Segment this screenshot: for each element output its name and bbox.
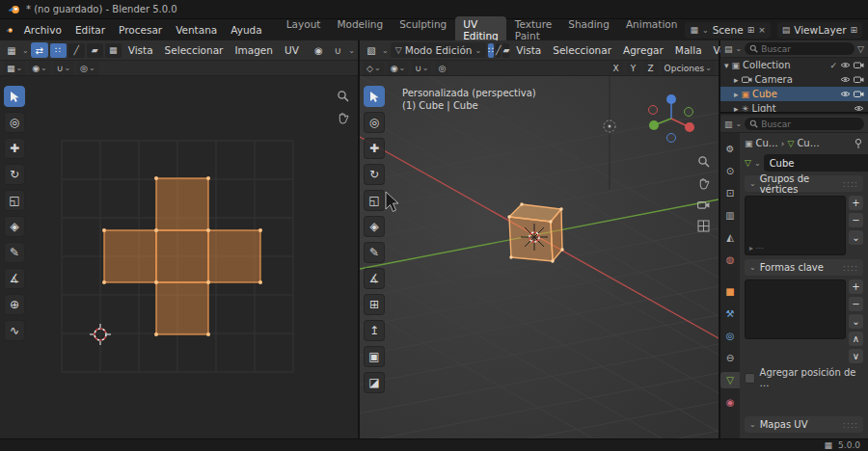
select-mode-vertex-button[interactable]: ∷ <box>488 43 494 58</box>
data-name-field[interactable] <box>764 154 868 172</box>
menu-ayuda[interactable]: Ayuda <box>224 22 268 38</box>
menu-ventana[interactable]: Ventana <box>169 22 224 38</box>
properties-tab-modifiers[interactable]: ⚒ <box>720 305 740 322</box>
properties-editor-type-icon[interactable]: ▥ <box>724 119 733 129</box>
object-crumb-label[interactable]: Cu… <box>756 138 778 148</box>
uv-rotate-tool[interactable]: ↻ <box>4 164 25 185</box>
shape-key-specials-button[interactable]: ⌄ <box>849 314 863 329</box>
unlink-scene-icon[interactable]: × <box>758 25 766 35</box>
properties-tab-physics[interactable]: ◎ <box>720 328 740 344</box>
uv-grab-tool[interactable]: ⊕ <box>4 294 25 315</box>
zoom-icon[interactable] <box>697 155 710 168</box>
properties-tab-object-data[interactable]: ▽ <box>720 372 740 388</box>
rotate-tool[interactable]: ↻ <box>364 164 385 185</box>
gizmo-z-minus[interactable] <box>667 134 676 143</box>
disclosure-open-icon[interactable]: ▾ <box>724 61 729 70</box>
uv-move-tool[interactable]: ✚ <box>4 138 25 159</box>
disclosure-icon[interactable]: ▸ <box>734 104 739 113</box>
tab-texture-paint[interactable]: Texture Paint <box>507 16 559 43</box>
cursor-tool[interactable]: ◎ <box>364 112 385 133</box>
view3d-menu-agregar[interactable]: Agregar <box>618 43 668 57</box>
outliner-editor-type-icon[interactable]: ▤ <box>724 44 733 54</box>
select-mode-edge-button[interactable]: ╱ <box>496 43 501 58</box>
gizmo-x-plus[interactable] <box>685 122 694 132</box>
outliner-row-light[interactable]: ▸ ☀ Light <box>720 101 868 112</box>
section-uv-maps[interactable]: ⌄ Mapas UV :::: <box>745 416 863 433</box>
camera-view-icon[interactable] <box>697 199 710 210</box>
pin-icon[interactable] <box>854 138 863 149</box>
filter-icon[interactable]: ▽ <box>857 44 864 54</box>
transform-tool[interactable]: ◈ <box>364 216 385 237</box>
uv-relax-tool[interactable]: ∿ <box>4 320 25 341</box>
scale-tool[interactable]: ◱ <box>364 190 385 211</box>
hide-eye-icon[interactable] <box>840 90 851 98</box>
uv-annotate-tool[interactable]: ✎ <box>4 242 25 263</box>
drag-grip-icon[interactable]: :::: <box>843 179 858 189</box>
gizmo-y-plus[interactable] <box>649 120 659 130</box>
viewport-editor-type-icon[interactable]: ▧ <box>363 42 380 58</box>
inset-tool[interactable]: ▣ <box>364 346 385 367</box>
mirror-x-button[interactable]: X <box>610 62 623 74</box>
tab-layout[interactable]: Layout <box>279 16 329 43</box>
rest-position-checkbox[interactable] <box>745 373 755 384</box>
view3d-menu-seleccionar[interactable]: Seleccionar <box>548 43 616 57</box>
pan-hand-icon[interactable] <box>337 112 349 124</box>
uv-transform-tool[interactable]: ◈ <box>4 216 25 237</box>
tab-sculpting[interactable]: Sculpting <box>392 16 454 43</box>
view3d-menu-vista[interactable]: Vista <box>511 43 546 57</box>
properties-search-input[interactable] <box>761 119 859 129</box>
uv-tweak-select-tool[interactable] <box>4 86 25 107</box>
outliner-search-input[interactable] <box>761 44 850 54</box>
mirror-z-button[interactable]: Z <box>644 62 658 74</box>
mode-dropdown[interactable]: ▽ Modo Edición ⌄ <box>391 42 487 58</box>
uv-menu-uv[interactable]: UV <box>280 43 304 57</box>
new-scene-icon[interactable]: ⊞ <box>747 25 755 35</box>
remove-shape-key-button[interactable]: − <box>849 297 863 311</box>
disable-render-icon[interactable] <box>854 75 864 84</box>
uv-scale-tool[interactable]: ◱ <box>4 190 25 211</box>
hide-eye-icon[interactable] <box>840 75 851 84</box>
section-vertex-groups[interactable]: ⌄ Grupos de vértices :::: <box>745 175 863 192</box>
properties-tab-render[interactable]: ⊙ <box>720 163 740 179</box>
move-shape-key-down-button[interactable]: ∨ <box>849 349 863 363</box>
uv-sticky-mode-button[interactable]: ▦⌄ <box>4 62 25 75</box>
add-vertex-group-button[interactable]: + <box>849 196 863 210</box>
uv-pivot-point-button[interactable]: ◉⌄ <box>29 62 50 75</box>
view3d-menu-malla[interactable]: Malla <box>670 43 707 57</box>
pan-hand-icon[interactable] <box>697 177 710 190</box>
uv-select-island-button[interactable]: ▦ <box>105 43 122 58</box>
remove-vertex-group-button[interactable]: − <box>849 213 863 227</box>
data-name-input[interactable] <box>770 158 868 169</box>
mirror-y-button[interactable]: Y <box>627 62 640 74</box>
uv-measure-tool[interactable]: ∡ <box>4 268 25 289</box>
menu-editar[interactable]: Editar <box>68 22 112 38</box>
uv-cursor-tool[interactable]: ◎ <box>4 112 25 133</box>
transform-orientation-button[interactable]: ◇⌄ <box>364 62 384 75</box>
snapping-button[interactable]: ∪⌄ <box>412 62 431 75</box>
ortho-grid-icon[interactable] <box>697 220 710 232</box>
gizmo-y-minus[interactable] <box>685 108 693 117</box>
annotate-tool[interactable]: ✎ <box>364 242 385 263</box>
disclosure-icon[interactable]: ▸ <box>734 75 739 85</box>
uv-pivot-button[interactable]: ◉ <box>310 42 327 58</box>
hide-eye-icon[interactable] <box>854 104 864 112</box>
pivot-point-button[interactable]: ◉⌄ <box>388 62 409 75</box>
uv-canvas[interactable] <box>0 76 358 438</box>
tweak-select-tool[interactable] <box>364 86 385 107</box>
drag-grip-icon[interactable]: :::: <box>843 420 858 430</box>
uv-island[interactable] <box>104 178 260 334</box>
disable-render-icon[interactable] <box>854 61 864 69</box>
outliner-row-collection[interactable]: ▾ ▣ Collection ✓ <box>720 58 868 72</box>
properties-tab-object[interactable]: ■ <box>720 283 740 300</box>
properties-tab-world[interactable]: ◍ <box>720 252 740 268</box>
outliner-row-camera[interactable]: ▸ Camera <box>720 72 868 87</box>
measure-tool[interactable]: ∡ <box>364 268 385 289</box>
new-viewlayer-icon[interactable]: ⊞ <box>850 25 857 35</box>
menu-procesar[interactable]: Procesar <box>112 22 169 38</box>
uv-snapping-button[interactable]: ∪⌄ <box>54 62 73 75</box>
bevel-tool[interactable]: ◪ <box>364 372 385 393</box>
proportional-edit-button[interactable]: ◎ <box>435 62 448 75</box>
add-shape-key-button[interactable]: + <box>849 279 863 294</box>
extrude-tool[interactable]: ↥ <box>364 320 385 341</box>
drag-grip-icon[interactable]: :::: <box>843 263 858 273</box>
